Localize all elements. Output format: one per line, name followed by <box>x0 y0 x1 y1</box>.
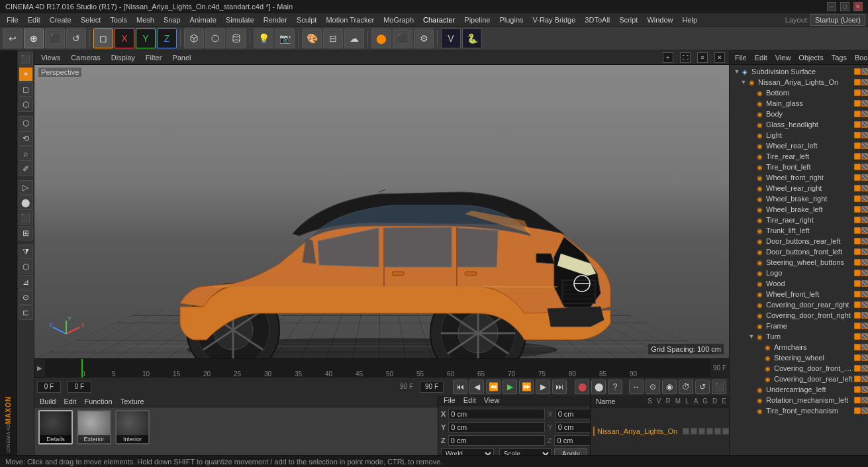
attr-z-pos[interactable] <box>448 435 545 446</box>
tree-item-covering-door-rear-right[interactable]: ◉ Covering_door_rear_right <box>730 299 868 310</box>
tool-cylinder[interactable] <box>226 28 246 48</box>
tree-expand-1[interactable]: ▼ <box>740 79 747 85</box>
btn-fps[interactable]: ⏱ <box>679 380 693 394</box>
tool-light[interactable]: 💡 <box>254 28 273 48</box>
tool-edge[interactable]: ⟲ <box>19 131 33 146</box>
tool-bevel[interactable]: ⊿ <box>19 275 33 289</box>
menu-character[interactable]: Character <box>419 15 459 25</box>
tool-point[interactable]: ⌕ <box>19 146 33 161</box>
tree-item-steering-wheel[interactable]: ◉ Steering_wheel <box>730 352 868 363</box>
btn-record-mode[interactable]: ◉ <box>662 380 677 394</box>
objname-menu-name[interactable]: Name <box>593 397 618 406</box>
tool-erase[interactable]: ⊞ <box>19 226 33 240</box>
menu-plugins[interactable]: Plugins <box>495 15 527 25</box>
maximize-button[interactable]: □ <box>840 2 849 11</box>
tool-y-axis[interactable]: Y <box>136 28 156 48</box>
menu-simulate[interactable]: Simulate <box>222 15 258 25</box>
menu-file[interactable]: File <box>3 15 23 25</box>
timeline-area[interactable]: ▶ 0 5 10 15 20 25 30 35 40 45 <box>34 358 729 377</box>
menu-select[interactable]: Select <box>77 15 105 25</box>
menu-animate[interactable]: Animate <box>186 15 220 25</box>
menu-snap[interactable]: Snap <box>160 15 185 25</box>
viewport-menu-panel[interactable]: Panel <box>169 52 193 63</box>
timeline-playhead[interactable] <box>81 359 83 378</box>
menu-vray[interactable]: V-Ray Bridge <box>529 15 580 25</box>
menu-render[interactable]: Render <box>260 15 291 25</box>
tree-item-tire-front-left[interactable]: ◉ Tire_front_left <box>730 162 868 172</box>
btn-end[interactable]: ⬛ <box>712 380 726 394</box>
tree-item-glass-headlight[interactable]: ◉ Glass_headlight <box>730 119 868 130</box>
tool-sphere[interactable] <box>205 28 225 48</box>
menu-script[interactable]: Script <box>615 15 642 25</box>
tool-material[interactable]: 🎨 <box>302 28 322 48</box>
menu-tools[interactable]: Tools <box>106 15 131 25</box>
tool-fill[interactable]: ⬛ <box>19 211 33 225</box>
menu-mesh[interactable]: Mesh <box>132 15 158 25</box>
viewport-nav-close[interactable]: ✕ <box>714 52 725 63</box>
tool-floor[interactable]: ⊟ <box>323 28 343 48</box>
tool-cube[interactable] <box>184 28 204 48</box>
viewport-canvas[interactable]: Perspective Grid Spacing: 100 cm X Z Y <box>34 65 729 358</box>
tool-knife[interactable]: ✐ <box>19 162 33 176</box>
tool-paint[interactable]: ⬤ <box>19 195 33 210</box>
menu-mograph[interactable]: MoGraph <box>379 15 418 25</box>
dot-v[interactable] <box>691 428 697 435</box>
menu-help[interactable]: Help <box>679 15 702 25</box>
tree-item-wheel-brake-right[interactable]: ◉ Wheel_brake_right <box>730 193 868 204</box>
tool-sky[interactable]: ☁ <box>344 28 364 48</box>
tool-extrude[interactable]: ⬡ <box>19 260 33 274</box>
viewport-nav-zoom[interactable]: ⛶ <box>680 52 691 63</box>
material-swatch-interior[interactable]: Interior <box>115 410 150 444</box>
tree-item-wheel-rear-right[interactable]: ◉ Wheel_rear_right <box>730 183 868 193</box>
tree-item-bottom[interactable]: ◉ Bottom <box>730 87 868 98</box>
layout-value[interactable]: Startup (User) <box>810 14 865 26</box>
btn-autokey[interactable]: ⬤ <box>591 380 606 394</box>
tree-item-covering-door-front-right[interactable]: ◉ Covering_door_front_right <box>730 310 868 321</box>
viewport-nav-menu[interactable]: ≡ <box>697 52 708 63</box>
btn-prev-key[interactable]: ⏪ <box>486 380 501 394</box>
btn-next-frame[interactable]: ▶ <box>536 380 550 394</box>
menu-motiontracker[interactable]: Motion Tracker <box>322 15 378 25</box>
om-menu-view[interactable]: View <box>773 52 794 63</box>
mat-menu-function[interactable]: Function <box>81 397 115 406</box>
tool-undo[interactable]: ↩ <box>3 28 23 48</box>
close-button[interactable]: ✕ <box>853 2 863 11</box>
tool-camera[interactable]: 📷 <box>275 28 295 48</box>
mat-menu-build[interactable]: Build <box>37 397 58 406</box>
menu-pipeline[interactable]: Pipeline <box>460 15 494 25</box>
tree-item-wheel-rear-left[interactable]: ◉ Wheel_rear_left <box>730 140 868 151</box>
dot-m[interactable] <box>706 428 713 435</box>
btn-go-end[interactable]: ⏭ <box>552 380 567 394</box>
tool-x-axis[interactable]: X <box>115 28 134 48</box>
tree-item-wheel-front-left[interactable]: ◉ Wheel_front_left <box>730 289 868 299</box>
attrs-menu-file[interactable]: File <box>441 395 458 405</box>
tree-item-trunk-lift-left[interactable]: ◉ Trunk_lift_left <box>730 225 868 236</box>
tool-model-mode[interactable]: ◻ <box>93 28 113 48</box>
frame-end-input[interactable] <box>420 381 444 393</box>
tool-rotate-mode[interactable]: ◻ <box>19 82 33 97</box>
menu-edit[interactable]: Edit <box>24 15 44 25</box>
tree-item-armchairs[interactable]: ◉ Armchairs <box>730 342 868 352</box>
tool-scale[interactable]: ↺ <box>66 28 86 48</box>
btn-play[interactable]: ▶ <box>503 380 517 394</box>
minimize-button[interactable]: ─ <box>827 2 836 11</box>
tool-z-axis[interactable]: Z <box>157 28 177 48</box>
btn-prev-frame[interactable]: ◀ <box>469 380 484 394</box>
btn-record[interactable]: ⬤ <box>575 380 589 394</box>
om-menu-objects[interactable]: Objects <box>796 52 826 63</box>
menu-create[interactable]: Create <box>46 15 75 25</box>
tool-bridge[interactable]: ⊏ <box>19 305 33 320</box>
material-swatch-details[interactable]: Details <box>38 410 73 444</box>
tool-scale-mode[interactable]: ⬡ <box>19 97 33 112</box>
om-menu-tags[interactable]: Tags <box>829 52 849 63</box>
tree-item-frame[interactable]: ◉ Frame <box>730 321 868 331</box>
tool-weld[interactable]: ⧩ <box>19 244 33 259</box>
tool-python[interactable]: 🐍 <box>462 28 482 48</box>
om-menu-edit[interactable]: Edit <box>752 52 770 63</box>
tool-brush[interactable]: ▷ <box>19 180 33 195</box>
tree-item-covering-front-left[interactable]: ◉ Covering_door_front_left <box>730 363 868 374</box>
tree-item-rotation-mechanism[interactable]: ◉ Rotation_mechanism_left <box>730 395 868 405</box>
tree-item-logo[interactable]: ◉ Logo <box>730 268 868 278</box>
tool-render-all[interactable]: ⬛ <box>393 28 412 48</box>
viewport-menu-display[interactable]: Display <box>109 52 138 63</box>
